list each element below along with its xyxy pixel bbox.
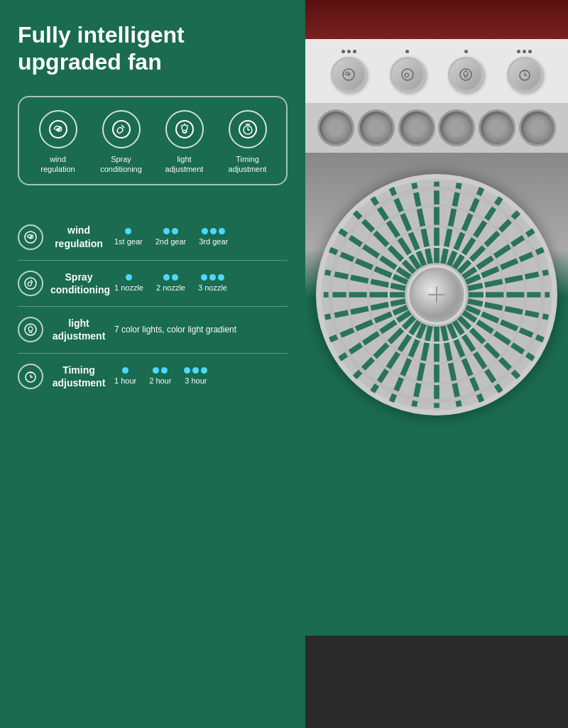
spray-3-dots [201,274,224,281]
svg-line-8 [187,125,188,126]
dot [219,228,225,234]
svg-line-7 [181,125,182,126]
knob-dots [405,50,409,53]
svg-point-27 [402,69,413,80]
svg-point-26 [348,74,350,76]
dot [122,367,129,374]
spec-wind-icon [18,224,43,250]
spray-2-label: 2 nozzle [156,283,185,292]
dot [163,228,170,234]
dot [201,367,207,374]
fan-top-dark [305,0,568,39]
speaker-row [305,103,568,153]
dot [126,274,132,281]
svg-point-29 [464,72,468,76]
knob-dot [464,50,468,53]
timing-3h-label: 3 hour [185,376,207,385]
spec-spray-name: Sprayconditioning [50,271,107,296]
spec-spray-2: 2 nozzle [156,274,185,292]
features-box: windregulation Sprayconditioning [18,96,288,186]
light-label: lightadjustment [165,154,204,175]
svg-point-16 [25,278,36,289]
spec-spray-1: 1 nozzle [114,274,143,292]
spec-wind-2nd: 2nd gear [155,228,186,246]
speaker-2 [358,109,395,146]
spec-spray-icon [18,271,43,296]
spec-spray-details: 1 nozzle 2 nozzle 3 nozzle [114,274,288,292]
timing-3h-dots [184,367,207,374]
speaker-4 [438,109,475,146]
spec-light-row: lightadjustment 7 color lights, color li… [18,307,288,353]
wind-label: windregulation [40,154,75,175]
knob-circle-timing[interactable] [507,57,542,92]
speaker-5 [479,109,515,146]
spec-timing-1h: 1 hour [114,367,136,385]
knob-circle-light[interactable] [448,57,484,92]
knob-spray [390,50,425,92]
timing-1h-label: 1 hour [114,376,136,385]
spec-wind-name: wind regulation [50,224,107,249]
wind-icon [39,110,77,148]
speaker-6 [519,109,556,146]
svg-point-3 [176,121,193,138]
feature-light: lightadjustment [156,110,213,175]
spec-light-name: lightadjustment [50,317,107,342]
spec-timing-3h: 3 hour [184,367,207,385]
spray-icon [102,110,141,148]
dot [153,367,159,374]
spray-1-label: 1 nozzle [114,283,143,292]
timing-2h-label: 2 hour [149,376,171,385]
grill-inner [320,178,553,411]
timing-1h-dots [122,367,129,374]
spec-timing-details: 1 hour 2 hour 3 hour [114,367,288,385]
dot [192,367,199,374]
dot [201,274,207,281]
spec-timing-name: Timingadjustment [50,364,107,389]
knob-dot [528,50,532,53]
timing-label: Timingadjustment [229,154,267,175]
dot [172,228,178,234]
specs-section: wind regulation 1st gear 2nd gear [18,214,288,399]
dot [202,228,208,234]
dot [163,274,170,281]
svg-point-1 [57,128,60,131]
control-panel [305,39,568,103]
wind-2nd-label: 2nd gear [155,237,186,246]
spec-wind-details: 1st gear 2nd gear 3rd gear [114,228,288,246]
left-panel: Fully intelligent upgraded fan windregul… [0,0,305,728]
page-title: Fully intelligent upgraded fan [18,21,288,76]
knob-wind [331,50,366,92]
svg-point-2 [113,121,130,138]
spec-timing-icon [18,364,43,389]
spec-timing-2h: 2 hour [149,367,171,385]
wind-3rd-label: 3rd gear [199,237,228,246]
spec-wind-row: wind regulation 1st gear 2nd gear [18,214,288,260]
knob-dots [342,50,356,53]
feature-spray: Sprayconditioning [93,110,150,175]
svg-point-18 [28,327,33,331]
svg-point-4 [182,125,187,131]
knob-dot [347,50,351,53]
spec-wind-3rd: 3rd gear [199,228,228,246]
knob-dots [517,50,532,53]
knob-circle-spray[interactable] [390,57,425,92]
spray-1-dots [126,274,132,281]
spray-label: Sprayconditioning [100,154,142,175]
timing-2h-dots [153,367,168,374]
fan-grill [316,174,557,415]
light-text: 7 color lights, color light gradient [114,324,236,336]
timing-icon [229,110,267,148]
knob-dot [405,50,409,53]
spray-2-dots [163,274,178,281]
wind-3rd-dots [202,228,225,234]
feature-wind: windregulation [30,110,87,175]
knob-circle-wind[interactable] [331,57,366,92]
knob-timing [507,50,542,92]
speaker-1 [317,109,354,146]
light-icon [165,110,204,148]
knob-light [448,50,484,92]
dot [172,274,178,281]
spec-timing-row: Timingadjustment 1 hour 2 hour [18,354,288,399]
dot [209,274,216,281]
feature-timing: Timingadjustment [219,110,276,175]
